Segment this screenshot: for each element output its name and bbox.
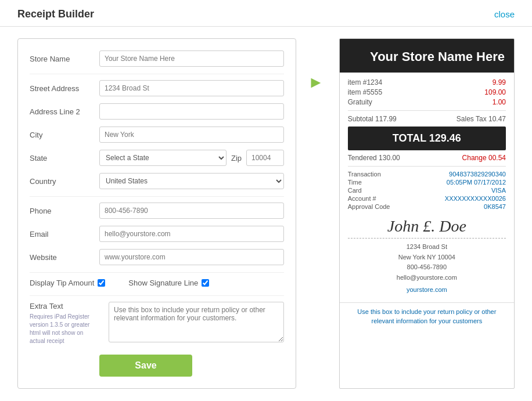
receipt-addr1: 1234 Broad St xyxy=(348,242,506,252)
time-label: Time xyxy=(348,179,362,186)
store-name-row: Store Name xyxy=(30,50,284,67)
show-signature-item: Show Signature Line xyxy=(128,279,209,287)
receipt-item-1: item #1234 9.99 xyxy=(348,78,506,86)
address-line2-row: Address Line 2 xyxy=(30,103,284,120)
country-row: Country United StatesCanadaUnited Kingdo… xyxy=(30,173,284,189)
city-label: City xyxy=(30,131,99,139)
close-link[interactable]: close xyxy=(494,9,515,19)
state-zip-row: State Select a StateAlabamaAlaskaArizona… xyxy=(30,150,284,166)
phone-row: Phone xyxy=(30,203,284,219)
transaction-label: Transaction xyxy=(348,171,381,178)
extra-text-input[interactable] xyxy=(109,302,284,342)
state-label: State xyxy=(30,154,99,162)
item2-amount: 109.00 xyxy=(484,88,506,96)
card-row: Card VISA xyxy=(348,187,506,194)
tendered-label: Tendered 130.00 xyxy=(348,154,400,162)
show-signature-checkbox[interactable] xyxy=(202,279,209,287)
email-row: Email xyxy=(30,226,284,242)
total-box: TOTAL 129.46 xyxy=(348,127,506,150)
state-zip-group: Select a StateAlabamaAlaskaArizonaArkans… xyxy=(99,150,284,166)
account-label: Account # xyxy=(348,195,376,202)
receipt-addr2: New York NY 10004 xyxy=(348,252,506,263)
item2-label: item #5555 xyxy=(348,88,382,96)
website-label: Website xyxy=(30,253,99,262)
extra-text-label: Extra Text xyxy=(30,302,99,310)
receipt-phone: 800-456-7890 xyxy=(348,262,506,273)
receipt-address: 1234 Broad St New York NY 10004 800-456-… xyxy=(348,242,506,283)
time-value: 05:05PM 07/17/2012 xyxy=(447,179,506,186)
subtotal-label: Subtotal 117.99 xyxy=(348,115,397,123)
phone-label: Phone xyxy=(30,207,99,215)
form-panel: Store Name Street Address Address Line 2… xyxy=(17,38,296,389)
show-signature-label: Show Signature Line xyxy=(128,279,198,287)
page-title: Receipt Builder xyxy=(17,8,94,20)
tendered-row: Tendered 130.00 Change 00.54 xyxy=(348,154,506,162)
save-row: Save xyxy=(30,355,284,377)
street-address-input[interactable] xyxy=(99,80,284,96)
city-input[interactable] xyxy=(99,127,284,143)
receipt-gratuity: Gratuity 1.00 xyxy=(348,98,506,106)
sales-tax-label: Sales Tax 10.47 xyxy=(456,115,506,123)
transaction-row: Transaction 9048373829290340 xyxy=(348,171,506,178)
store-name-input[interactable] xyxy=(99,50,284,67)
city-row: City xyxy=(30,127,284,143)
email-label: Email xyxy=(30,230,99,239)
arrow-right-icon: ► xyxy=(308,73,324,92)
gratuity-amount: 1.00 xyxy=(493,98,506,106)
item1-amount: 9.99 xyxy=(493,78,506,86)
receipt-body: item #1234 9.99 item #5555 109.00 Gratui… xyxy=(340,73,514,302)
website-input[interactable] xyxy=(99,249,284,265)
address-line2-label: Address Line 2 xyxy=(30,107,99,116)
extra-text-section: Extra Text Requires iPad Register versio… xyxy=(30,302,284,345)
display-tip-item: Display Tip Amount xyxy=(30,279,105,287)
transaction-section: Transaction 9048373829290340 Time 05:05P… xyxy=(348,171,506,210)
main-content: Store Name Street Address Address Line 2… xyxy=(0,27,532,400)
extra-text-sub: Requires iPad Register version 1.3.5 or … xyxy=(30,313,99,345)
receipt-store-name: Your Store Name Here xyxy=(340,39,514,73)
display-tip-label: Display Tip Amount xyxy=(30,279,94,287)
approval-value: 0K8547 xyxy=(484,203,506,210)
page-header: Receipt Builder close xyxy=(0,0,532,27)
approval-label: Approval Code xyxy=(348,203,390,210)
account-value: XXXXXXXXXXX0026 xyxy=(445,195,506,202)
display-tip-checkbox[interactable] xyxy=(98,279,105,287)
signature-area: John £. Doe xyxy=(348,217,506,239)
card-value: VISA xyxy=(491,187,506,194)
country-label: Country xyxy=(30,177,99,186)
account-row: Account # XXXXXXXXXXX0026 xyxy=(348,195,506,202)
receipt-email: hello@yourstore.com xyxy=(348,273,506,283)
approval-row: Approval Code 0K8547 xyxy=(348,203,506,210)
receipt-footer: Use this box to include your return poli… xyxy=(340,302,514,330)
phone-input[interactable] xyxy=(99,203,284,219)
checkbox-row: Display Tip Amount Show Signature Line xyxy=(30,279,284,287)
save-button[interactable]: Save xyxy=(99,355,192,377)
receipt-website: yourstore.com xyxy=(348,286,506,293)
arrow-column: ► xyxy=(308,38,328,389)
address-line2-input[interactable] xyxy=(99,103,284,120)
card-label: Card xyxy=(348,187,362,194)
change-label: Change 00.54 xyxy=(462,154,506,162)
item1-label: item #1234 xyxy=(348,78,382,86)
extra-text-label-block: Extra Text Requires iPad Register versio… xyxy=(30,302,99,345)
street-address-label: Street Address xyxy=(30,84,99,93)
gratuity-label: Gratuity xyxy=(348,98,372,106)
email-input[interactable] xyxy=(99,226,284,242)
signature-text: John £. Doe xyxy=(387,217,466,235)
street-address-row: Street Address xyxy=(30,80,284,96)
transaction-value: 9048373829290340 xyxy=(449,171,506,178)
zip-label: Zip xyxy=(231,154,242,162)
state-select[interactable]: Select a StateAlabamaAlaskaArizonaArkans… xyxy=(99,150,227,166)
website-row: Website xyxy=(30,249,284,265)
country-select[interactable]: United StatesCanadaUnited KingdomAustral… xyxy=(99,173,284,189)
time-row: Time 05:05PM 07/17/2012 xyxy=(348,179,506,186)
subtotal-row: Subtotal 117.99 Sales Tax 10.47 xyxy=(348,115,506,123)
receipt-item-2: item #5555 109.00 xyxy=(348,88,506,96)
zip-input[interactable] xyxy=(246,150,284,166)
store-name-label: Store Name xyxy=(30,55,99,63)
receipt-panel: Your Store Name Here item #1234 9.99 ite… xyxy=(339,38,515,389)
